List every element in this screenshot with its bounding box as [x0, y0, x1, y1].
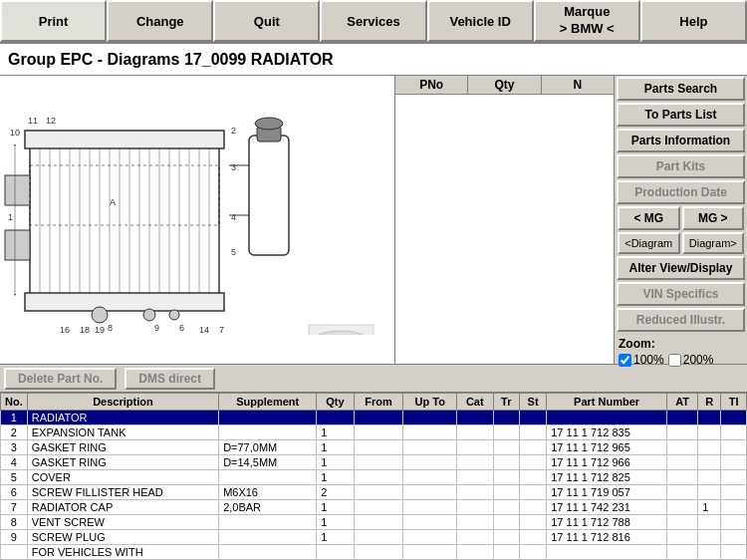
table-row[interactable]: 7RADIATOR CAP2,0BAR117 11 1 742 2311 [1, 500, 747, 515]
cell-supplement [219, 470, 317, 485]
cell-cat [457, 425, 493, 440]
menu-marque[interactable]: Marque > BMW < [534, 0, 640, 42]
cell-part_number: 17 11 1 712 835 [547, 425, 667, 440]
cell-r [698, 515, 721, 530]
cell-part_number: 17 11 1 712 825 [547, 470, 667, 485]
table-row[interactable]: 4GASKET RINGD=14,5MM117 11 1 712 966 [1, 455, 747, 470]
diagram-left-btn[interactable]: <Diagram [618, 232, 680, 254]
part-kits-btn[interactable]: Part Kits [617, 154, 745, 178]
cell-no [1, 545, 28, 560]
col-upto: Up To [403, 394, 457, 411]
zoom-100-option[interactable]: 100% [619, 353, 664, 367]
cell-tr [493, 440, 519, 455]
svg-text:8: 8 [108, 323, 113, 333]
col-pno: PNo [395, 76, 468, 94]
svg-text:11: 11 [28, 116, 38, 126]
cell-r [698, 425, 721, 440]
zoom-label: Zoom: [619, 337, 743, 351]
cell-description: COVER [27, 470, 218, 485]
cell-at [667, 515, 698, 530]
action-bar: Delete Part No. DMS direct [0, 365, 747, 393]
svg-text:10: 10 [10, 128, 20, 138]
cell-cat [457, 500, 493, 515]
cell-no: 7 [1, 500, 28, 515]
table-row[interactable]: FOR VEHICLES WITH [1, 545, 747, 560]
parts-search-btn[interactable]: Parts Search [617, 77, 745, 101]
mg-left-btn[interactable]: < MG [618, 206, 680, 230]
cell-upto [403, 455, 457, 470]
table-row[interactable]: 8VENT SCREW117 11 1 712 788 [1, 515, 747, 530]
cell-no: 2 [1, 425, 28, 440]
col-at: AT [667, 394, 698, 411]
cell-cat [457, 485, 493, 500]
col-r: R [698, 394, 721, 411]
cell-ti [721, 515, 747, 530]
cell-supplement: 2,0BAR [219, 500, 317, 515]
table-row[interactable]: 9SCREW PLUG117 11 1 712 816 [1, 530, 747, 545]
cell-ti [721, 530, 747, 545]
vin-specifics-btn[interactable]: VIN Specifics [617, 282, 745, 306]
table-row[interactable]: 6SCREW FILLISTER HEADM6X16217 11 1 719 0… [1, 485, 747, 500]
svg-point-28 [92, 307, 108, 323]
menu-vehicle-id[interactable]: Vehicle ID [427, 0, 534, 42]
cell-at [667, 485, 698, 500]
cell-upto [403, 515, 457, 530]
menu-print[interactable]: Print [0, 0, 107, 42]
cell-supplement: D=14,5MM [219, 455, 317, 470]
cell-at [667, 440, 698, 455]
cell-part_number [547, 411, 667, 425]
to-parts-list-btn[interactable]: To Parts List [617, 103, 745, 127]
cell-r [698, 470, 721, 485]
col-qty: Qty [317, 394, 354, 411]
diagram-right-btn[interactable]: Diagram> [682, 232, 745, 254]
cell-st [519, 500, 546, 515]
parts-table-area: PNo Qty N [395, 76, 615, 364]
cell-st [519, 455, 546, 470]
dms-direct-btn[interactable]: DMS direct [124, 368, 215, 390]
menu-change[interactable]: Change [107, 0, 213, 42]
cell-qty: 1 [317, 470, 354, 485]
cell-supplement [219, 515, 317, 530]
cell-from [354, 545, 403, 560]
svg-text:14: 14 [199, 325, 209, 335]
reduced-btn[interactable]: Reduced Illustr. [617, 308, 745, 332]
zoom-options: 100% 200% [619, 353, 743, 367]
menu-quit[interactable]: Quit [213, 0, 320, 42]
table-row[interactable]: 5COVER117 11 1 712 825 [1, 470, 747, 485]
table-row[interactable]: 2EXPANSION TANK117 11 1 712 835 [1, 425, 747, 440]
production-date-btn[interactable]: Production Date [617, 180, 745, 204]
parts-table: No. Description Supplement Qty From Up T… [0, 393, 747, 560]
parts-information-btn[interactable]: Parts Information [617, 129, 745, 152]
cell-part_number: 17 11 1 712 816 [547, 530, 667, 545]
cell-part_number: 17 11 1 712 966 [547, 455, 667, 470]
table-row[interactable]: 1RADIATOR [1, 411, 747, 425]
col-description: Description [27, 394, 218, 411]
cell-description: GASKET RING [27, 455, 218, 470]
alter-view-btn[interactable]: Alter View/Display [617, 256, 745, 280]
cell-ti [721, 485, 747, 500]
cell-from [354, 455, 403, 470]
right-sidebar: Parts Search To Parts List Parts Informa… [615, 76, 747, 364]
svg-text:1: 1 [8, 212, 13, 222]
svg-rect-21 [5, 175, 30, 205]
zoom-200-checkbox[interactable] [668, 354, 681, 367]
cell-cat [457, 515, 493, 530]
zoom-100-checkbox[interactable] [619, 354, 631, 367]
cell-cat [457, 455, 493, 470]
svg-text:16: 16 [60, 325, 70, 335]
diagram-area: 10 11 12 1 2 3 4 5 8 9 6 16 18 19 14 7 A [0, 76, 395, 364]
cell-tr [493, 411, 519, 425]
svg-text:19: 19 [95, 325, 105, 335]
menu-bar: Print Change Quit Services Vehicle ID Ma… [0, 0, 747, 44]
menu-services[interactable]: Services [320, 0, 426, 42]
cell-tr [493, 515, 519, 530]
mg-right-btn[interactable]: MG > [682, 206, 745, 230]
delete-part-btn[interactable]: Delete Part No. [4, 368, 117, 390]
table-row[interactable]: 3GASKET RINGD=77,0MM117 11 1 712 965 [1, 440, 747, 455]
zoom-200-option[interactable]: 200% [668, 353, 714, 367]
menu-help[interactable]: Help [640, 0, 747, 42]
cell-qty [317, 411, 354, 425]
cell-ti [721, 425, 747, 440]
cell-st [519, 440, 546, 455]
cell-st [519, 425, 546, 440]
